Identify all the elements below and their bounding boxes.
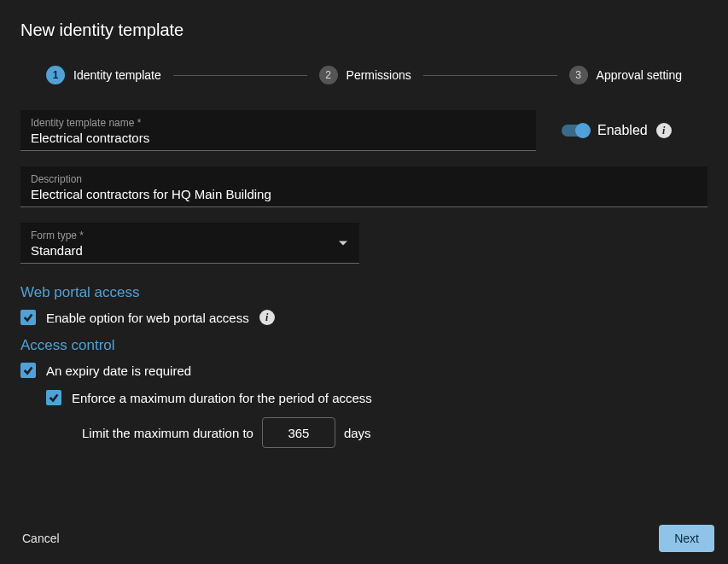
step-number: 1 [46,66,65,84]
step-connector [173,75,307,76]
step-label: Approval setting [597,68,682,82]
identity-template-name-input[interactable] [31,131,526,145]
expiry-required-label: An expiry date is required [46,363,191,378]
identity-template-name-field[interactable]: Identity template name * [20,110,536,151]
check-icon [22,311,34,323]
step-approval-setting[interactable]: 3 Approval setting [569,66,682,84]
info-icon[interactable]: i [259,310,275,325]
field-label: Identity template name * [31,117,526,129]
step-number: 3 [569,66,588,84]
info-icon[interactable]: i [656,123,672,138]
enforce-max-duration-label: Enforce a maximum duration for the perio… [72,391,372,405]
step-label: Permissions [347,68,411,82]
field-label: Form type * [31,230,349,241]
stepper: 1 Identity template 2 Permissions 3 Appr… [20,66,708,84]
check-icon [22,364,34,376]
form-type-value: Standard [31,243,349,258]
enforce-max-duration-checkbox[interactable] [46,390,61,405]
next-button[interactable]: Next [659,525,714,552]
enabled-toggle[interactable] [562,125,589,137]
limit-suffix-label: days [344,426,371,440]
web-portal-heading: Web portal access [20,284,708,301]
limit-prefix-label: Limit the maximum duration to [82,426,253,440]
form-type-field[interactable]: Form type * Standard [20,223,359,264]
field-label: Description [31,173,697,185]
toggle-knob [575,123,591,138]
step-label: Identity template [73,68,161,82]
check-icon [48,392,60,404]
step-permissions[interactable]: 2 Permissions [319,66,411,84]
step-identity-template[interactable]: 1 Identity template [46,66,161,84]
footer: Cancel Next [0,513,728,564]
page-title: New identity template [20,20,708,40]
description-field[interactable]: Description [20,166,708,207]
web-portal-label: Enable option for web portal access [46,311,249,325]
chevron-down-icon [339,241,347,245]
access-control-heading: Access control [20,337,708,354]
expiry-required-checkbox[interactable] [20,363,36,378]
step-connector [423,75,557,76]
description-input[interactable] [31,187,697,201]
max-duration-input[interactable] [262,417,335,448]
step-number: 2 [319,66,338,84]
cancel-button[interactable]: Cancel [14,525,68,552]
web-portal-checkbox[interactable] [20,310,36,325]
enabled-label: Enabled [597,123,648,138]
